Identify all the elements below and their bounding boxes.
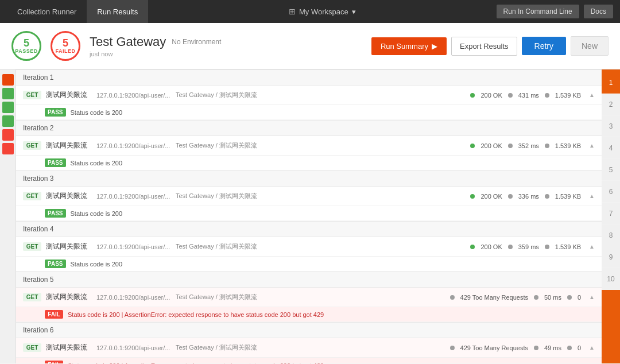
expand-chevron-icon[interactable]: ▲ — [589, 243, 595, 250]
method-badge-get: GET — [23, 141, 41, 150]
request-name: 测试网关限流 — [46, 292, 92, 302]
page-number-10[interactable]: 10 — [602, 268, 620, 290]
test-label: Status code is 200 — [71, 210, 123, 217]
sidebar-icon-green2[interactable] — [2, 102, 14, 113]
passed-badge: 5 PASSED — [11, 31, 41, 61]
page-number-2[interactable]: 2 — [602, 94, 620, 115]
page-number-7[interactable]: 7 — [602, 203, 620, 224]
time-value: 336 ms — [518, 193, 539, 200]
run-summary-button[interactable]: Run Summary ▶ — [371, 37, 447, 55]
test-result-iter5-req1-test1: FAILStatus code is 200 | AssertionError:… — [16, 307, 602, 322]
request-name: 测试网关限流 — [46, 141, 92, 150]
status-value: 429 Too Many Requests — [460, 344, 528, 351]
pass-badge: PASS — [45, 260, 66, 268]
run-time-label: just now — [90, 51, 221, 57]
page-number-9[interactable]: 9 — [602, 246, 620, 268]
right-sidebar: 12345678910 — [602, 69, 620, 363]
size-dot — [545, 245, 549, 249]
test-result-iter4-req1-test1: PASSStatus code is 200 — [16, 257, 602, 272]
time-dot — [534, 295, 538, 300]
time-value: 431 ms — [518, 92, 539, 99]
request-stats: 429 Too Many Requests50 ms0▲ — [450, 294, 595, 301]
passed-count: 5 — [24, 38, 29, 48]
expand-chevron-icon[interactable]: ▲ — [589, 193, 595, 199]
method-badge-get: GET — [23, 242, 41, 251]
export-results-button[interactable]: Export Results — [451, 37, 517, 56]
nav-tab-collection-runner[interactable]: Collection Runner — [7, 0, 87, 23]
request-collection: Test Gateway / 测试网关限流 — [176, 192, 466, 200]
request-url: 127.0.0.1:9200/api-user/... — [96, 92, 171, 99]
request-collection: Test Gateway / 测试网关限流 — [176, 141, 466, 150]
page-title: Test Gateway No Environment — [90, 34, 221, 49]
workspace-switcher[interactable]: ⊞ My Workspace ▾ — [289, 7, 356, 16]
header-title-group: Test Gateway No Environment just now — [90, 34, 221, 57]
request-name: 测试网关限流 — [46, 343, 92, 353]
grid-icon: ⊞ — [289, 7, 296, 16]
request-stats: 200 OK352 ms1.539 KB▲ — [470, 142, 595, 149]
header-actions: Run Summary ▶ Export Results Retry New — [371, 36, 609, 56]
sidebar-icon-red1[interactable] — [2, 129, 14, 141]
time-dot — [508, 144, 513, 148]
page-number-8[interactable]: 8 — [602, 224, 620, 246]
page-number-3[interactable]: 3 — [602, 115, 620, 137]
size-value: 1.539 KB — [555, 142, 581, 149]
page-number-4[interactable]: 4 — [602, 137, 620, 159]
request-url: 127.0.0.1:9200/api-user/... — [96, 142, 171, 149]
fail-badge: FAIL — [45, 310, 63, 319]
sidebar-icon-green3[interactable] — [2, 115, 14, 127]
sidebar-icon-copy[interactable] — [2, 74, 14, 86]
expand-chevron-icon[interactable]: ▲ — [589, 142, 595, 149]
request-row-iter4-req1[interactable]: GET测试网关限流127.0.0.1:9200/api-user/...Test… — [16, 237, 602, 257]
status-value: 200 OK — [480, 92, 502, 99]
top-nav: Collection Runner Run Results ⊞ My Works… — [0, 0, 620, 23]
request-row-iter2-req1[interactable]: GET测试网关限流127.0.0.1:9200/api-user/...Test… — [16, 136, 602, 156]
iteration-header-3: Iteration 3 — [16, 171, 602, 187]
expand-chevron-icon[interactable]: ▲ — [589, 344, 595, 351]
request-row-iter6-req1[interactable]: GET测试网关限流127.0.0.1:9200/api-user/...Test… — [16, 338, 602, 358]
size-dot — [545, 194, 549, 199]
time-dot — [508, 93, 513, 98]
size-value: 1.539 KB — [555, 243, 581, 250]
workspace-caret-icon: ▾ — [352, 7, 356, 16]
size-value: 1.539 KB — [555, 193, 581, 200]
expand-chevron-icon[interactable]: ▲ — [589, 294, 595, 300]
run-in-command-line-button[interactable]: Run In Command Line — [497, 5, 579, 18]
request-name: 测试网关限流 — [46, 242, 92, 251]
test-label: Status code is 200 | AssertionError: exp… — [68, 311, 324, 318]
time-value: 359 ms — [518, 243, 539, 250]
docs-button[interactable]: Docs — [584, 5, 613, 18]
request-row-iter1-req1[interactable]: GET测试网关限流127.0.0.1:9200/api-user/...Test… — [16, 86, 602, 105]
request-name: 测试网关限流 — [46, 90, 92, 100]
expand-chevron-icon[interactable]: ▲ — [589, 92, 595, 98]
page-number-5[interactable]: 5 — [602, 159, 620, 181]
time-dot — [508, 245, 513, 249]
request-row-iter3-req1[interactable]: GET测试网关限流127.0.0.1:9200/api-user/...Test… — [16, 187, 602, 206]
test-label: Status code is 200 — [71, 160, 123, 166]
page-number-6[interactable]: 6 — [602, 181, 620, 203]
new-button[interactable]: New — [571, 36, 609, 56]
sidebar-icon-red2[interactable] — [2, 143, 14, 154]
test-label: Status code is 200 — [71, 109, 123, 116]
request-collection: Test Gateway / 测试网关限流 — [176, 343, 445, 352]
size-value: 1.539 KB — [555, 92, 581, 99]
sidebar-icon-green1[interactable] — [2, 88, 14, 99]
test-label: Status code is 200 | AssertionError: exp… — [68, 362, 324, 364]
status-dot — [450, 295, 455, 300]
method-badge-get: GET — [23, 293, 41, 301]
request-collection: Test Gateway / 测试网关限流 — [176, 293, 445, 301]
nav-tab-run-results[interactable]: Run Results — [87, 0, 148, 23]
retry-button[interactable]: Retry — [522, 37, 566, 55]
page-number-1[interactable]: 1 — [602, 72, 620, 94]
request-row-iter5-req1[interactable]: GET测试网关限流127.0.0.1:9200/api-user/...Test… — [16, 288, 602, 307]
workspace-label: My Workspace — [299, 7, 348, 16]
pass-badge: PASS — [45, 108, 66, 117]
left-sidebar — [0, 69, 16, 363]
header-left: 5 PASSED 5 FAILED Test Gateway No Enviro… — [11, 31, 221, 61]
passed-label: PASSED — [15, 48, 37, 54]
iteration-header-5: Iteration 5 — [16, 272, 602, 288]
request-stats: 200 OK431 ms1.539 KB▲ — [470, 92, 595, 99]
status-value: 200 OK — [480, 243, 502, 250]
method-badge-get: GET — [23, 192, 41, 200]
request-url: 127.0.0.1:9200/api-user/... — [96, 193, 171, 200]
test-result-iter6-req1-test1: FAILStatus code is 200 | AssertionError:… — [16, 358, 602, 363]
